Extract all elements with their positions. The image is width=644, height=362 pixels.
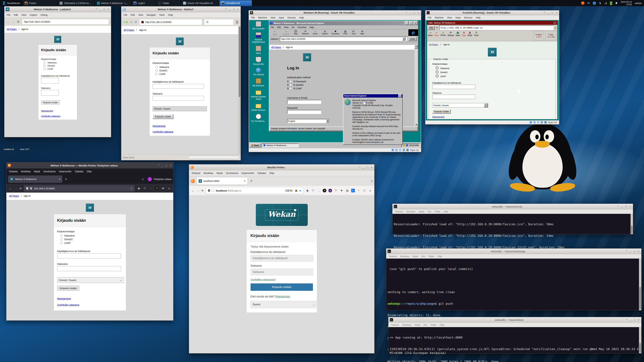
zoom-level-badge[interactable]: 130 % bbox=[284, 189, 294, 192]
home-button[interactable]: ⌂Home bbox=[440, 31, 446, 40]
menu-item[interactable]: Machine bbox=[435, 16, 444, 19]
minimize-icon[interactable]: ^ bbox=[618, 205, 619, 208]
menu-item[interactable]: Favorites bbox=[298, 26, 306, 28]
menu-item[interactable]: Etsi bbox=[428, 210, 431, 213]
menu-item[interactable]: Help bbox=[168, 13, 173, 16]
extension-icon[interactable]: ❖ bbox=[161, 187, 165, 190]
taskbar-task-wekan[interactable]: WeKan ® Multiverse ... bbox=[262, 143, 299, 147]
close-icon[interactable]: × bbox=[556, 11, 557, 14]
download-icon[interactable]: ↓ bbox=[317, 189, 321, 192]
menu-item[interactable]: Muokkaa bbox=[402, 324, 411, 326]
radio-oauth2[interactable] bbox=[155, 69, 158, 72]
mail-button[interactable]: ✉Mail bbox=[358, 30, 366, 35]
language-select[interactable]: Finnish / Suomi⌄ bbox=[57, 277, 124, 283]
url-bar[interactable]: 192.168.0.20:8000 ☆ bbox=[24, 185, 135, 192]
language-select[interactable]: Finnish / Suomi bbox=[152, 106, 207, 111]
forgot-password-link[interactable]: Unohtuiko salasana bbox=[41, 115, 60, 117]
forward-icon[interactable]: → bbox=[196, 189, 200, 192]
desktop-icon-msn[interactable]: Try The Micros... bbox=[250, 114, 267, 122]
terminal-titlebar[interactable]: >_ wekan@z: ~/repos/serenity ^_□× bbox=[392, 204, 633, 209]
bookmark-star-icon[interactable]: ★ bbox=[299, 189, 301, 192]
menu-item[interactable]: Etsi bbox=[422, 255, 425, 258]
reload-icon[interactable]: ⟳ bbox=[17, 20, 20, 24]
menu-item[interactable]: View bbox=[21, 13, 26, 16]
battery-icon[interactable] bbox=[610, 1, 612, 5]
purple-extension-icon[interactable]: ● bbox=[328, 189, 332, 192]
menu-item[interactable]: Edit bbox=[14, 13, 18, 16]
taskbar-item-firefox[interactable]: 3 Firefox bbox=[23, 0, 57, 6]
tab-localhost[interactable]: W localhost:4000/ × bbox=[196, 177, 248, 185]
reader-icon[interactable]: ▦ bbox=[295, 189, 297, 192]
menu-item[interactable]: Go bbox=[292, 26, 294, 28]
menu-item[interactable]: Näytä bbox=[414, 324, 420, 326]
ie-titlebar[interactable]: WeKan ® Multiverse - Microsoft Internet … bbox=[269, 21, 418, 25]
radio-password[interactable] bbox=[289, 80, 292, 83]
maximize-icon[interactable]: □ bbox=[634, 319, 635, 321]
desktop-icon-inbox[interactable]: Inbox bbox=[250, 45, 267, 54]
back-icon[interactable]: ← bbox=[6, 20, 10, 24]
menu-hamburger-icon[interactable]: ☰ bbox=[236, 20, 239, 24]
register-link[interactable]: Rekisteröinti bbox=[57, 297, 71, 300]
tray-app-icon[interactable] bbox=[581, 1, 584, 5]
favorites-button[interactable]: ✱Favorites bbox=[330, 30, 340, 35]
reload-button[interactable]: ⟳Reload bbox=[448, 31, 454, 40]
menu-item[interactable]: Muokkaa bbox=[204, 172, 213, 174]
menu-item[interactable]: Edit bbox=[277, 26, 281, 28]
hide-icon[interactable]: _ bbox=[229, 8, 230, 10]
minimize-icon[interactable]: ^ bbox=[406, 11, 407, 14]
maximize-icon[interactable]: □ bbox=[409, 21, 413, 25]
netsurf-titlebar[interactable]: WeKan ® Multiverse - NetSurf ^_□× bbox=[121, 6, 241, 12]
menu-item[interactable]: Näytä bbox=[412, 255, 418, 258]
username-field[interactable] bbox=[41, 78, 59, 83]
back-button[interactable]: ⇐Back bbox=[270, 30, 280, 35]
menu-item[interactable]: Devices bbox=[288, 16, 296, 19]
breadcrumb-all-pages[interactable]: All Pages bbox=[124, 28, 134, 31]
save-button[interactable]: ▦Save bbox=[456, 31, 460, 40]
menu-item[interactable]: File bbox=[124, 13, 128, 16]
volume-icon[interactable] bbox=[403, 144, 405, 146]
menu-item[interactable]: Muokkaa bbox=[21, 170, 30, 173]
radio-ldap[interactable] bbox=[436, 75, 438, 77]
taskbar-item-wekan[interactable]: WeKan ® Multiverse - L... bbox=[95, 0, 131, 6]
password-field[interactable] bbox=[57, 266, 121, 271]
reload-icon[interactable]: ⟳ bbox=[202, 189, 204, 192]
desktop-icon-briefcase[interactable]: My Briefcase bbox=[250, 78, 267, 87]
radio-ldap[interactable] bbox=[155, 73, 158, 75]
print-button[interactable]: ▤Print bbox=[342, 30, 349, 35]
url-bar[interactable]: localhost:4000/sign-in 130 % ▦ ★ bbox=[206, 187, 304, 194]
menu-item[interactable]: Pääte bbox=[431, 324, 436, 326]
desktop-icon-ie-setup[interactable]: Internet Explorer Setup bbox=[250, 89, 267, 100]
volume-icon[interactable]: ◁) bbox=[604, 2, 607, 5]
links-button[interactable]: Links bbox=[408, 37, 417, 41]
terminal-titlebar[interactable]: >_ wekan@z: ~/repos/wekan ^_□× bbox=[388, 317, 641, 323]
scrollbar[interactable] bbox=[639, 259, 641, 310]
terminal-output[interactable]: (use "git push" to publish your local co… bbox=[386, 259, 641, 310]
close-icon[interactable]: × bbox=[170, 164, 171, 167]
hide-icon[interactable]: _ bbox=[548, 11, 549, 14]
menu-item[interactable]: Ohje bbox=[269, 172, 274, 174]
forward-icon[interactable]: → bbox=[14, 187, 17, 190]
signin-button[interactable]: Kirjaudu sisään bbox=[152, 114, 174, 119]
menu-item[interactable]: Devices bbox=[464, 16, 472, 19]
radio-password[interactable] bbox=[436, 66, 438, 69]
hide-icon[interactable]: _ bbox=[410, 11, 411, 14]
vm-titlebar[interactable]: Windows 95 [Running] - Oracle VM Virtual… bbox=[249, 10, 421, 15]
taskbar-item-vbox-manager[interactable]: Oracle VM VirtualBox M... bbox=[181, 0, 218, 6]
s-extension-icon[interactable]: S bbox=[323, 189, 326, 192]
url-bar[interactable]: http://192.168.0.20:8000/ bbox=[22, 19, 109, 25]
hp-tool-icon[interactable] bbox=[593, 1, 596, 5]
register-link[interactable]: Rekisteröinti bbox=[152, 125, 166, 127]
desktop-icon-my-computer[interactable]: My Computer bbox=[250, 21, 267, 30]
address-bar[interactable]: http://192.168.0.20:8000/▼ bbox=[280, 37, 407, 41]
menu-item[interactable]: Sivuhistoria bbox=[226, 172, 238, 174]
username-field[interactable] bbox=[287, 100, 321, 104]
forgot-password-link[interactable]: Unohtuiko salasana bbox=[152, 130, 173, 133]
menu-item[interactable]: View bbox=[284, 26, 288, 28]
terminal-output[interactable]: ResourceLoader: Finished load of: "http:… bbox=[392, 214, 633, 234]
dillo-titlebar[interactable]: Dillo: WeKan Â® Multiverse × bbox=[427, 21, 557, 25]
menu-item[interactable]: Tiedosto bbox=[388, 255, 397, 258]
menu-item[interactable]: Kirjanmerkit bbox=[242, 172, 254, 174]
applications-menu-button[interactable]: Sovellukset bbox=[0, 0, 22, 6]
card-extension-icon[interactable]: ▤ bbox=[346, 189, 349, 192]
username-field[interactable] bbox=[432, 85, 475, 89]
